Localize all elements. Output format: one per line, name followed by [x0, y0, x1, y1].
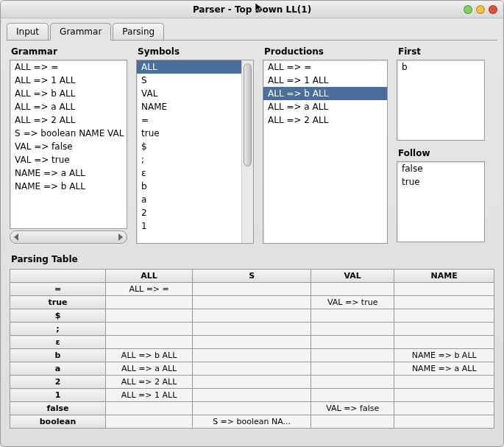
list-item[interactable]: ALL => =: [263, 60, 387, 74]
table-cell[interactable]: [311, 415, 394, 429]
table-cell[interactable]: [311, 389, 394, 402]
table-cell[interactable]: [106, 336, 193, 349]
table-cell[interactable]: [106, 309, 193, 323]
table-cell[interactable]: ALL => a ALL: [106, 362, 193, 376]
table-cell[interactable]: [394, 415, 494, 429]
row-header[interactable]: 1: [10, 389, 106, 402]
table-cell[interactable]: VAL => true: [311, 296, 394, 309]
row-header[interactable]: boolean: [10, 415, 106, 429]
list-item[interactable]: NAME => b ALL: [10, 180, 127, 193]
list-item[interactable]: ;: [137, 153, 253, 166]
grammar-listbox[interactable]: ALL => =ALL => 1 ALLALL => b ALLALL => a…: [10, 60, 127, 229]
list-item[interactable]: S: [137, 74, 253, 87]
table-cell[interactable]: S => boolean NA...: [193, 415, 311, 429]
table-cell[interactable]: VAL => false: [311, 402, 394, 415]
table-cell[interactable]: [394, 336, 494, 349]
table-cell[interactable]: [193, 349, 311, 362]
table-cell[interactable]: [106, 402, 193, 415]
table-cell[interactable]: [106, 415, 193, 429]
list-item[interactable]: ALL => b ALL: [10, 87, 127, 100]
list-item[interactable]: ALL => 1 ALL: [10, 74, 127, 87]
table-cell[interactable]: [106, 323, 193, 336]
tab-input[interactable]: Input: [7, 23, 49, 40]
row-header[interactable]: true: [10, 296, 106, 309]
symbols-vscrollbar[interactable]: [241, 60, 253, 243]
list-item[interactable]: =: [137, 113, 253, 127]
list-item[interactable]: ALL => =: [10, 60, 127, 74]
table-cell[interactable]: [394, 296, 494, 309]
table-cell[interactable]: [193, 376, 311, 389]
table-cell[interactable]: [311, 323, 394, 336]
list-item[interactable]: ALL => a ALL: [10, 100, 127, 113]
list-item[interactable]: NAME => a ALL: [10, 166, 127, 180]
list-item[interactable]: false: [397, 162, 484, 175]
table-cell[interactable]: ALL => b ALL: [106, 349, 193, 362]
list-item[interactable]: ALL: [137, 60, 253, 74]
row-header[interactable]: 2: [10, 376, 106, 389]
table-cell[interactable]: [106, 296, 193, 309]
list-item[interactable]: true: [137, 127, 253, 140]
tab-parsing[interactable]: Parsing: [113, 23, 164, 40]
row-header[interactable]: =: [10, 283, 106, 296]
table-cell[interactable]: ALL => 2 ALL: [106, 376, 193, 389]
table-cell[interactable]: NAME => b ALL: [394, 349, 494, 362]
list-item[interactable]: VAL => false: [10, 140, 127, 153]
table-cell[interactable]: ALL => 1 ALL: [106, 389, 193, 402]
list-item[interactable]: b: [137, 180, 253, 193]
table-cell[interactable]: [394, 402, 494, 415]
list-item[interactable]: 1: [137, 219, 253, 233]
table-cell[interactable]: [311, 283, 394, 296]
table-cell[interactable]: [394, 376, 494, 389]
column-header[interactable]: NAME: [394, 270, 494, 283]
row-header[interactable]: a: [10, 362, 106, 376]
list-item[interactable]: ALL => 2 ALL: [10, 113, 127, 127]
table-cell[interactable]: [193, 323, 311, 336]
list-item[interactable]: VAL: [137, 87, 253, 100]
table-cell[interactable]: [193, 336, 311, 349]
close-button[interactable]: [489, 5, 497, 14]
minimize-button[interactable]: [464, 5, 472, 14]
table-cell[interactable]: ALL => =: [106, 283, 193, 296]
table-cell[interactable]: [193, 283, 311, 296]
tab-grammar[interactable]: Grammar: [50, 23, 111, 41]
list-item[interactable]: S => boolean NAME VAL: [10, 127, 127, 140]
list-item[interactable]: ALL => 1 ALL: [263, 74, 387, 87]
symbols-listbox[interactable]: ALLSVALNAME=true$;εba21: [136, 60, 254, 244]
table-cell[interactable]: [311, 349, 394, 362]
table-cell[interactable]: [193, 362, 311, 376]
list-item[interactable]: ALL => b ALL: [263, 87, 387, 100]
row-header[interactable]: false: [10, 402, 106, 415]
table-cell[interactable]: [193, 389, 311, 402]
list-item[interactable]: ε: [137, 166, 253, 180]
column-header[interactable]: S: [193, 270, 311, 283]
table-cell[interactable]: [394, 323, 494, 336]
table-cell[interactable]: [193, 309, 311, 323]
table-cell[interactable]: [311, 309, 394, 323]
parsing-table[interactable]: ALLSVALNAME=ALL => =trueVAL => true$;εbA…: [10, 269, 494, 429]
follow-listbox[interactable]: falsetrue: [397, 161, 485, 242]
table-cell[interactable]: [193, 402, 311, 415]
maximize-button[interactable]: [476, 5, 485, 14]
table-cell[interactable]: [311, 336, 394, 349]
productions-listbox[interactable]: ALL => =ALL => 1 ALLALL => b ALLALL => a…: [263, 60, 388, 244]
row-header[interactable]: $: [10, 309, 106, 323]
scrollbar-thumb[interactable]: [244, 63, 252, 166]
grammar-hscrollbar[interactable]: [10, 230, 127, 244]
list-item[interactable]: NAME: [137, 100, 253, 113]
list-item[interactable]: b: [397, 60, 484, 74]
table-cell[interactable]: [394, 283, 494, 296]
row-header[interactable]: ;: [10, 323, 106, 336]
table-cell[interactable]: [193, 296, 311, 309]
table-cell[interactable]: NAME => a ALL: [394, 362, 494, 376]
list-item[interactable]: ALL => a ALL: [263, 100, 387, 113]
row-header[interactable]: ε: [10, 336, 106, 349]
first-listbox[interactable]: b: [397, 60, 485, 141]
list-item[interactable]: VAL => true: [10, 153, 127, 166]
list-item[interactable]: $: [137, 140, 253, 153]
column-header[interactable]: ALL: [106, 270, 193, 283]
list-item[interactable]: 2: [137, 206, 253, 219]
table-cell[interactable]: [311, 376, 394, 389]
list-item[interactable]: true: [397, 175, 484, 189]
table-cell[interactable]: [394, 309, 494, 323]
list-item[interactable]: ALL => 2 ALL: [263, 113, 387, 127]
